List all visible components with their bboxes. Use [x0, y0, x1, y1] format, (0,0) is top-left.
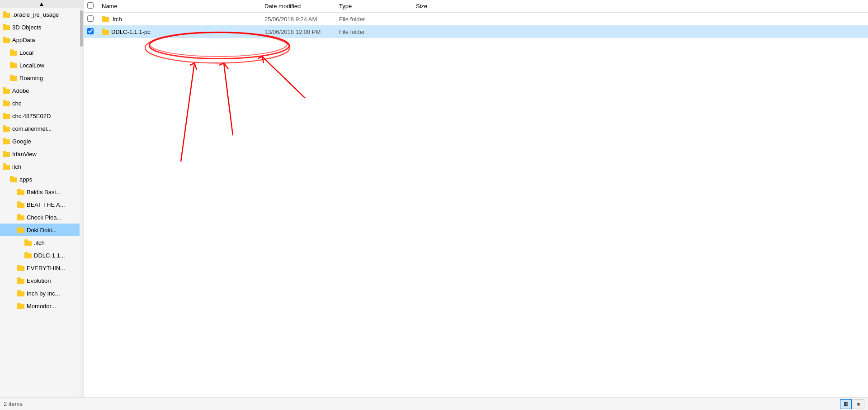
folder-icon	[10, 176, 17, 182]
sidebar-item-inch_by_inc[interactable]: Inch by Inc...	[0, 287, 83, 300]
folder-icon	[17, 265, 24, 271]
sidebar-item-label: Doki Doki...	[27, 227, 57, 234]
status-items-count: 2 items	[4, 400, 23, 407]
sidebar-item-momodor[interactable]: Momodor...	[0, 300, 83, 312]
file-rows-container: .itch 25/06/2018 9:24 AM File folder DDL…	[84, 13, 868, 38]
sidebar-item-itch[interactable]: itch	[0, 160, 83, 173]
folder-icon	[24, 239, 32, 246]
sidebar-item-google[interactable]: Google	[0, 135, 83, 148]
sidebar-item-label: IrfanView	[12, 151, 37, 157]
column-header-type[interactable]: Type	[335, 3, 412, 10]
sidebar-item-evolution[interactable]: Evolution	[0, 274, 83, 287]
sidebar-item-apps[interactable]: apps	[0, 173, 83, 186]
folder-icon	[102, 29, 109, 35]
folder-icon	[17, 303, 24, 309]
folder-icon	[3, 113, 10, 119]
sidebar-item-beat_the_a[interactable]: BEAT THE A...	[0, 198, 83, 211]
sidebar-scroll-up[interactable]: ▲	[0, 0, 83, 8]
folder-icon	[10, 62, 17, 68]
sidebar-scrollbar-thumb	[80, 10, 83, 47]
folder-icon	[3, 11, 10, 18]
sidebar-item-label: 3D Objects	[12, 24, 41, 31]
sidebar-item-label: LocalLow	[19, 62, 44, 69]
sidebar-item-label: Check Plea...	[27, 214, 61, 221]
sidebar-item-label: Evolution	[27, 277, 51, 284]
row-date: 25/06/2018 9:24 AM	[261, 16, 335, 23]
folder-icon	[3, 87, 10, 94]
scroll-up-arrow: ▲	[39, 0, 45, 7]
row-checkbox[interactable]	[87, 28, 98, 36]
sidebar-item-label: Local	[19, 49, 33, 56]
view-buttons: ▦ ≡	[840, 399, 864, 409]
sidebar-item-label: chc.4875E02D	[12, 113, 51, 119]
sidebar-item-doki_doki[interactable]: Doki Doki...	[0, 224, 83, 236]
column-headers: Name Date modified Type Size	[84, 0, 868, 13]
annotation-overlay	[84, 13, 868, 397]
header-checkbox[interactable]	[87, 2, 98, 10]
folder-icon	[10, 49, 17, 56]
sidebar-item-label: Roaming	[19, 75, 43, 81]
view-list-button[interactable]: ▦	[840, 399, 852, 409]
sidebar-item-label: Google	[12, 138, 31, 145]
sidebar-item-label: EVERYTHIN...	[27, 265, 65, 272]
content-area: Name Date modified Type Size .itch 25/06…	[84, 0, 868, 397]
sidebar-item-appdata[interactable]: AppData	[0, 33, 83, 46]
sidebar-item-chc[interactable]: chc	[0, 97, 83, 110]
sidebar-item-label: Inch by Inc...	[27, 290, 60, 297]
column-header-name[interactable]: Name	[98, 3, 261, 10]
sidebar-item-label: Momodor...	[27, 303, 56, 310]
svg-line-3	[181, 63, 194, 162]
sidebar-item-3d_objects[interactable]: 3D Objects	[0, 21, 83, 33]
sidebar-item-local[interactable]: Local	[0, 46, 83, 59]
folder-icon	[3, 138, 10, 144]
folder-icon	[3, 125, 10, 132]
sidebar-item-check_plea[interactable]: Check Plea...	[0, 211, 83, 224]
sidebar-item-dot_itch[interactable]: .itch	[0, 236, 83, 249]
sidebar-item-chc4875[interactable]: chc.4875E02D	[0, 110, 83, 122]
sidebar-item-locallow[interactable]: LocalLow	[0, 59, 83, 72]
svg-line-5	[262, 57, 305, 98]
file-name-label: .itch	[111, 16, 122, 23]
sidebar-item-oracle_jre_usage[interactable]: .oracle_jre_usage	[0, 8, 83, 21]
folder-icon	[10, 75, 17, 81]
sidebar-item-label: DDLC-1.1...	[34, 252, 65, 259]
sidebar-scrollbar[interactable]	[80, 8, 83, 397]
row-name: .itch	[98, 16, 261, 23]
sidebar-item-label: Baldis Basi...	[27, 189, 61, 195]
sidebar-item-label: com.alienmel...	[12, 125, 52, 132]
sidebar-item-baldis_basi[interactable]: Baldis Basi...	[0, 186, 83, 198]
file-list: .itch 25/06/2018 9:24 AM File folder DDL…	[84, 13, 868, 397]
folder-icon	[17, 277, 24, 284]
sidebar-item-irfanview[interactable]: IrfanView	[0, 148, 83, 160]
sidebar-item-label: BEAT THE A...	[27, 201, 65, 208]
row-select-checkbox[interactable]	[87, 28, 94, 34]
svg-line-4	[224, 63, 233, 135]
folder-icon	[24, 252, 32, 258]
row-date: 13/06/2018 12:08 PM	[261, 29, 335, 35]
sidebar-item-label: AppData	[12, 37, 35, 43]
sidebar: ▲ .oracle_jre_usage3D ObjectsAppDataLoca…	[0, 0, 84, 397]
folder-icon	[102, 16, 109, 22]
folder-icon	[17, 201, 24, 208]
table-row[interactable]: DDLC-1.1.1-pc 13/06/2018 12:08 PM File f…	[84, 25, 868, 38]
sidebar-item-label: chc	[12, 100, 21, 107]
sidebar-item-comalien[interactable]: com.alienmel...	[0, 122, 83, 135]
sidebar-item-label: .oracle_jre_usage	[12, 11, 59, 18]
row-checkbox[interactable]	[87, 15, 98, 23]
view-detail-button[interactable]: ≡	[853, 399, 864, 409]
folder-icon	[3, 151, 10, 157]
table-row[interactable]: .itch 25/06/2018 9:24 AM File folder	[84, 13, 868, 25]
sidebar-items-container: .oracle_jre_usage3D ObjectsAppDataLocalL…	[0, 8, 83, 312]
sidebar-item-adobe[interactable]: Adobe	[0, 84, 83, 97]
sidebar-item-label: itch	[12, 163, 21, 170]
column-header-date[interactable]: Date modified	[261, 3, 335, 10]
sidebar-item-everything[interactable]: EVERYTHIN...	[0, 262, 83, 274]
column-header-size[interactable]: Size	[412, 3, 458, 10]
folder-icon	[17, 290, 24, 296]
sidebar-item-ddlc_1_1[interactable]: DDLC-1.1...	[0, 249, 83, 262]
row-select-checkbox[interactable]	[87, 15, 94, 22]
row-type: File folder	[335, 16, 412, 23]
status-bar: 2 items ▦ ≡	[0, 397, 868, 410]
select-all-checkbox[interactable]	[87, 2, 94, 9]
sidebar-item-roaming[interactable]: Roaming	[0, 72, 83, 84]
